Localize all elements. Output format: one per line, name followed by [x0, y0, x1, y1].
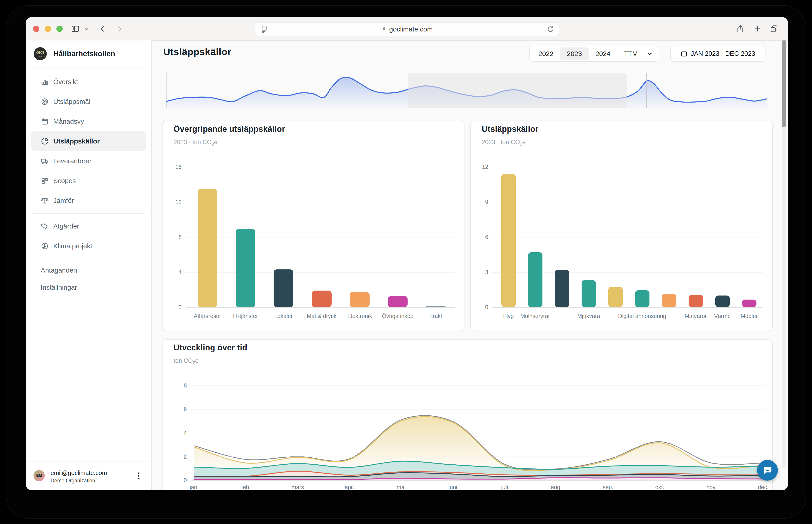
y-axis-tick-label: 2	[169, 453, 187, 460]
sidebar-item-label: Scopes	[53, 177, 76, 185]
pie-chart-icon	[41, 137, 49, 145]
sidebar-toggle-icon[interactable]	[71, 24, 80, 33]
minimize-window-button[interactable]	[45, 26, 51, 32]
bar-Mat & dryck	[312, 291, 332, 307]
sidebar-menu-chevron-icon[interactable]	[84, 27, 89, 32]
sidebar-item-klimatprojekt[interactable]: Klimatprojekt	[31, 236, 146, 256]
sidebar-item-atgarder[interactable]: Åtgärder	[31, 216, 146, 236]
sidebar-item-oversikt[interactable]: Översikt	[31, 72, 146, 92]
sidebar-item-label: Leverantörer	[53, 157, 91, 165]
goclimate-logo: GO CLIMATE	[34, 47, 47, 60]
x-axis-category-label: Övriga inköp	[382, 313, 413, 320]
gridline	[186, 272, 455, 273]
sidebar-nav: Översikt Utsläppsmål Månadsvy Utsläppskä…	[31, 72, 146, 296]
sidebar-item-manadsvy[interactable]: Månadsvy	[31, 112, 146, 131]
calendar-icon	[41, 117, 49, 126]
card-emission-sources: Utsläppskällor 2023 · ton CO2e 129630Fly…	[470, 121, 773, 331]
sidebar-item-utslappskallor[interactable]: Utsläppskällor	[31, 131, 146, 151]
bar-Matvaror	[689, 295, 703, 307]
gridline	[191, 480, 766, 480]
y-axis-tick-label: 0	[470, 304, 488, 311]
bar-unlabeled	[555, 270, 569, 307]
x-axis-category-label: Elektronik	[347, 313, 372, 320]
bar-Molnservrar	[528, 252, 542, 307]
tab-2022[interactable]: 2022	[532, 47, 560, 60]
y-axis-tick-label: 12	[470, 164, 488, 170]
x-axis-month-label: jan.	[190, 484, 199, 490]
page-title: Utsläppskällor	[163, 46, 231, 58]
x-axis-category-label: Mjukvara	[577, 313, 600, 320]
lock-icon	[381, 26, 387, 33]
browser-window: goclimate.com GO CLIMATE	[26, 17, 788, 490]
bar-Frakt	[426, 306, 445, 307]
x-axis-month-label: apr.	[345, 484, 354, 490]
bar-Mjukvara	[581, 280, 596, 307]
card-title: Utsläppskällor	[482, 125, 538, 134]
brush-marker-line	[646, 73, 647, 108]
sidebar-item-label: Månadsvy	[53, 118, 84, 125]
gridline	[186, 202, 455, 202]
new-tab-icon[interactable]	[753, 24, 762, 33]
zoom-window-button[interactable]	[56, 26, 63, 32]
x-axis-category-label: Molnservrar	[521, 313, 550, 320]
x-axis-month-label: mars	[291, 484, 304, 490]
gridline	[492, 167, 763, 167]
y-axis-tick-label: 3	[470, 269, 488, 276]
card-timeline: Utveckling över tid ton CO2e 86420jan.fe…	[162, 339, 773, 490]
bar-Affärsresor	[198, 189, 217, 308]
x-axis-category-label: Affärsresor	[194, 313, 221, 320]
user-row[interactable]: EM emil@goclimate.com Demo Organization	[26, 461, 151, 490]
sidebar-item-jamfor[interactable]: Jämför	[31, 191, 146, 211]
tab-2024[interactable]: 2024	[589, 47, 617, 60]
x-axis-month-label: maj	[396, 484, 406, 490]
x-axis-category-label: Möbler	[741, 313, 758, 320]
browser-toolbar: goclimate.com	[26, 17, 788, 41]
sidebar-item-installningar[interactable]: Inställningar	[31, 279, 146, 296]
close-window-button[interactable]	[33, 26, 39, 32]
brush-selection[interactable]	[408, 73, 627, 108]
reload-icon[interactable]	[546, 25, 555, 35]
sidebar-item-scopes[interactable]: Scopes	[31, 171, 146, 191]
bar-unlabeled	[662, 294, 676, 307]
scales-icon	[41, 197, 49, 204]
tab-overview-icon[interactable]	[769, 24, 778, 33]
forward-button[interactable]	[115, 24, 124, 33]
gridline	[191, 409, 766, 410]
calendar-small-icon	[680, 50, 688, 58]
share-icon[interactable]	[736, 24, 745, 33]
tab-2023-selected[interactable]: 2023	[560, 47, 589, 60]
kebab-menu-icon[interactable]	[134, 471, 143, 481]
globe-icon	[41, 242, 49, 250]
y-axis-tick-label: 4	[169, 429, 187, 436]
gridline	[186, 237, 455, 238]
sidebar-logo-row: GO CLIMATE Hållbarhetskollen	[26, 40, 151, 67]
scrollbar-thumb[interactable]	[782, 40, 786, 127]
sidebar-item-utslappsmal[interactable]: Utsläppsmål	[31, 92, 146, 112]
chevron-down-icon[interactable]	[646, 50, 654, 58]
sidebar-item-label: Klimatprojekt	[53, 242, 92, 250]
gridline	[191, 433, 766, 433]
y-axis-tick-label: 0	[164, 304, 182, 311]
x-axis-month-label: sep.	[603, 484, 613, 490]
chat-widget-button[interactable]	[757, 460, 778, 480]
sidebar-divider	[33, 213, 145, 214]
avatar: EM	[34, 470, 45, 481]
tab-ttm[interactable]: TTM	[617, 47, 644, 60]
x-axis-month-label: feb.	[241, 484, 251, 490]
card-subtitle: 2023 · ton CO2e	[482, 139, 526, 147]
sidebar-item-label: Utsläppsmål	[53, 98, 90, 105]
scopes-icon	[41, 177, 49, 185]
gridline	[191, 457, 766, 457]
card-overall-sources: Övergripande utsläppskällor 2023 · ton C…	[162, 121, 464, 331]
sidebar-item-antaganden[interactable]: Antaganden	[31, 262, 146, 279]
date-range-button[interactable]: JAN 2023 - DEC 2023	[670, 46, 765, 62]
year-segmented-control: 2022 2023 2024 TTM	[529, 46, 659, 62]
x-axis-category-label: Värme	[714, 313, 731, 320]
bar-Elektronik	[350, 292, 370, 307]
back-button[interactable]	[98, 24, 107, 33]
y-axis-tick-label: 16	[164, 164, 182, 170]
sidebar-item-leverantorer[interactable]: Leverantörer	[31, 151, 146, 171]
url-bar[interactable]: goclimate.com	[255, 22, 559, 36]
tag-icon	[41, 222, 49, 230]
url-text: goclimate.com	[389, 26, 433, 33]
